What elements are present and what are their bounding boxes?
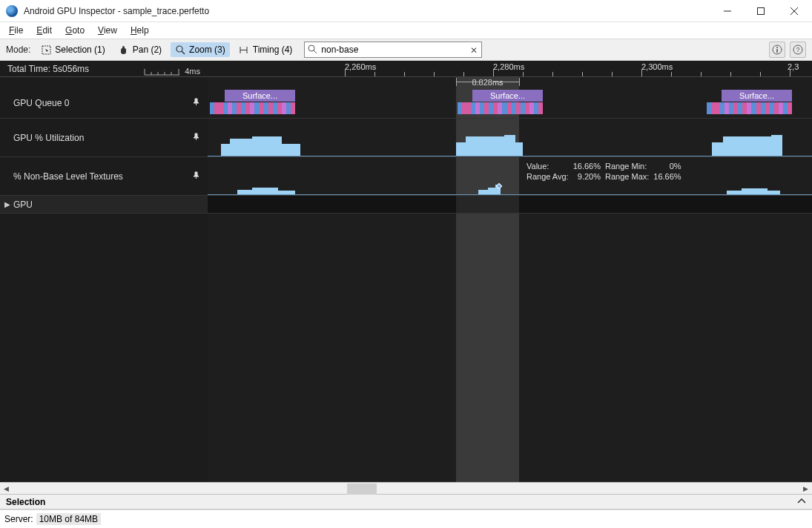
timing-icon (239, 44, 249, 55)
svg-line-11 (314, 50, 317, 53)
track-label-textures[interactable]: % Non-Base Level Textures (0, 157, 208, 195)
menu-goto[interactable]: Goto (59, 24, 90, 37)
scroll-left-icon[interactable]: ◀ (0, 482, 13, 495)
maximize-button[interactable] (744, 0, 777, 22)
svg-point-5 (176, 46, 182, 52)
pan-icon (119, 44, 129, 55)
queue-stripes (707, 102, 792, 114)
selection-panel-header[interactable]: Selection (0, 495, 812, 509)
queue-block[interactable]: Surface... (472, 90, 543, 102)
pin-icon[interactable] (192, 133, 200, 143)
mode-zoom[interactable]: Zoom (3) (171, 42, 230, 57)
window-titlebar: Android GPU Inspector - sample_trace.per… (0, 0, 812, 22)
menu-edit[interactable]: Edit (30, 24, 58, 37)
toolbar: Mode: Selection (1) Pan (2) Zoom (3) Tim… (0, 39, 812, 61)
svg-text:?: ? (796, 46, 799, 53)
expand-icon[interactable] (797, 497, 806, 507)
queue-stripes (458, 102, 543, 114)
menu-file[interactable]: File (3, 24, 29, 37)
memory-usage: 10MB of 84MB (36, 513, 101, 525)
time-ruler[interactable]: 2,260ms 2,280ms 2,300ms 2,3 (208, 61, 812, 76)
svg-line-6 (182, 51, 185, 54)
track-textures[interactable]: Value:16.66% Range Min:0% Range Avg:9.20… (208, 157, 812, 195)
window-title: Android GPU Inspector - sample_trace.per… (24, 6, 710, 16)
selection-title: Selection (6, 497, 45, 507)
close-button[interactable] (777, 0, 811, 22)
pin-icon[interactable] (192, 98, 200, 108)
scroll-right-icon[interactable]: ▶ (799, 482, 812, 495)
chevron-right-icon: ▶ (4, 200, 10, 208)
app-icon (6, 5, 18, 17)
menu-help[interactable]: Help (125, 24, 155, 37)
zoom-icon (175, 44, 185, 55)
selection-icon (41, 44, 51, 55)
svg-point-13 (776, 47, 778, 48)
svg-rect-1 (757, 7, 764, 14)
svg-rect-14 (776, 49, 778, 53)
track-group-gpu[interactable]: ▶ GPU (0, 196, 208, 213)
mini-ruler-icon (142, 62, 183, 76)
info-button[interactable] (769, 42, 785, 58)
clear-search-icon[interactable]: ✕ (470, 45, 478, 56)
mode-pan[interactable]: Pan (2) (114, 42, 166, 57)
track-gpu-util[interactable] (208, 119, 812, 156)
value-tooltip: Value:16.66% Range Min:0% Range Avg:9.20… (527, 162, 681, 181)
queue-block[interactable]: Surface... (225, 90, 295, 102)
horizontal-scrollbar[interactable]: ◀ ▶ (0, 482, 812, 495)
queue-stripes (210, 102, 295, 114)
mode-timing[interactable]: Timing (4) (234, 42, 297, 57)
track-label-gpu-util[interactable]: GPU % Utilization (0, 119, 208, 156)
minimize-button[interactable] (710, 0, 744, 22)
empty-track-area[interactable] (0, 214, 812, 482)
total-time-label: Total Time: 5s056ms 4ms (0, 61, 208, 76)
pin-icon[interactable] (192, 171, 200, 182)
server-label: Server: (4, 514, 33, 524)
mode-selection[interactable]: Selection (1) (36, 42, 109, 57)
timeline-viewport: Total Time: 5s056ms 4ms 2,260ms 2,280ms … (0, 61, 812, 482)
search-input[interactable] (304, 42, 482, 58)
queue-block[interactable]: Surface... (722, 90, 792, 102)
mode-label: Mode: (6, 44, 30, 55)
status-bar: Server: 10MB of 84MB (0, 509, 812, 528)
help-button[interactable]: ? (790, 42, 806, 58)
track-gpu-queue[interactable]: Surface... Surface... Surface... (208, 88, 812, 118)
menu-bar: File Edit Goto View Help (0, 22, 812, 39)
menu-view[interactable]: View (92, 24, 123, 37)
scrollbar-thumb[interactable] (347, 484, 377, 495)
track-label-gpu-queue[interactable]: GPU Queue 0 (0, 88, 208, 118)
svg-point-10 (308, 45, 314, 51)
search-icon (308, 44, 317, 56)
selection-range-header: 8.828ms (208, 77, 812, 88)
